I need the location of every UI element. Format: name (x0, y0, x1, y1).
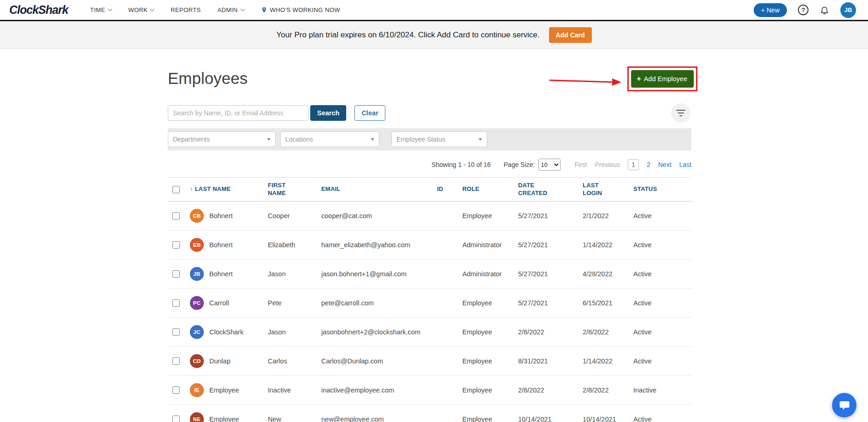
nav-whos-working-now[interactable]: WHO'S WORKING NOW (261, 6, 340, 14)
header-status[interactable]: STATUS (633, 185, 691, 193)
pagination-next[interactable]: Next (658, 161, 672, 168)
row-checkbox[interactable] (172, 328, 180, 336)
first-name-cell: New (268, 416, 321, 422)
new-button[interactable]: + New (754, 3, 787, 17)
employee-status-dropdown[interactable]: Employee Status (391, 131, 487, 147)
status-cell: Active (633, 416, 691, 422)
first-name-cell: Jason (268, 270, 321, 278)
first-name-cell: Inactive (268, 386, 321, 394)
date-created-cell: 5/27/2021 (518, 270, 583, 278)
last-login-cell: 1/14/2022 (583, 241, 633, 249)
nav-reports[interactable]: REPORTS (171, 6, 201, 13)
row-checkbox[interactable] (172, 241, 180, 249)
employee-status-dropdown-label: Employee Status (396, 136, 445, 143)
last-name-cell: Employee (209, 416, 239, 422)
clear-button[interactable]: Clear (354, 105, 385, 121)
employee-avatar: JB (190, 267, 204, 281)
pagination-first: First (574, 161, 587, 168)
last-name-cell: ClockShark (209, 328, 243, 336)
clockshark-logo[interactable]: ClockShark (9, 3, 68, 17)
search-button[interactable]: Search (310, 105, 346, 121)
add-card-button[interactable]: Add Card (549, 27, 592, 43)
table-row[interactable]: CDDunlap Carlos Carlos@Dunlap.com Employ… (168, 347, 691, 376)
pagination-previous: Previous (595, 161, 620, 168)
search-input[interactable] (168, 105, 308, 121)
filter-icon[interactable] (671, 103, 691, 123)
row-checkbox[interactable] (172, 270, 180, 278)
last-name-cell: Bohnert (209, 212, 233, 220)
header-first-name[interactable]: FIRST NAME (268, 182, 321, 197)
employees-page: Employees Add Employee Search Clear Depa… (168, 70, 691, 422)
annotation-arrow (549, 77, 623, 88)
nav-whos-working-now-label: WHO'S WORKING NOW (270, 6, 340, 13)
page-size-select[interactable]: 10 (538, 159, 561, 171)
locations-dropdown-label: Locations (285, 136, 313, 143)
first-name-cell: Jason (268, 328, 321, 336)
search-row: Search Clear (168, 103, 691, 123)
table-row[interactable]: IEEmployee Inactive inactive@employee.co… (168, 376, 691, 405)
departments-dropdown[interactable]: Departments (168, 131, 276, 147)
status-cell: Active (633, 270, 691, 278)
table-row[interactable]: JCClockShark Jason jasonbohnert+2@clocks… (168, 318, 691, 347)
notifications-bell-icon[interactable] (820, 5, 829, 15)
last-login-cell: 1/14/2022 (583, 357, 633, 365)
employee-avatar: PC (190, 296, 204, 310)
table-row[interactable]: PCCarroll Pete pete@carroll.com Employee… (168, 289, 691, 318)
select-all-checkbox[interactable] (172, 186, 180, 193)
nav-time[interactable]: TIME (90, 6, 112, 13)
header-role[interactable]: ROLE (462, 185, 518, 193)
header-last-login[interactable]: LAST LOGIN (583, 182, 633, 197)
last-name-cell: Employee (209, 386, 239, 394)
employees-table: LAST NAME FIRST NAME EMAIL ID ROLE DATE … (168, 177, 691, 422)
first-name-cell: Carlos (268, 357, 321, 365)
last-login-cell: 6/15/2021 (583, 299, 633, 307)
add-employee-button[interactable]: Add Employee (631, 70, 694, 88)
last-name-cell: Bohnert (209, 270, 233, 278)
pagination-links: First Previous 1 2 Next Last (574, 159, 691, 170)
location-pin-icon (261, 6, 267, 14)
pagination-page-2[interactable]: 2 (647, 161, 650, 168)
email-cell: cooper@cat.com (321, 212, 437, 220)
pagination-last[interactable]: Last (679, 161, 691, 168)
header-email[interactable]: EMAIL (321, 185, 437, 193)
last-login-cell: 10/14/2021 (583, 416, 633, 422)
employee-avatar: NE (190, 412, 204, 422)
chat-launcher[interactable] (832, 393, 856, 417)
plus-icon (637, 75, 641, 83)
nav-admin[interactable]: ADMIN (218, 6, 244, 13)
table-row[interactable]: EBBohnert Elizabeth hamer_elizabeth@yaho… (168, 231, 691, 260)
row-checkbox[interactable] (172, 299, 180, 307)
filter-bar: Departments Locations Employee Status (168, 128, 691, 150)
role-cell: Employee (462, 299, 518, 307)
table-row[interactable]: CBBohnert Cooper cooper@cat.com Employee… (168, 202, 691, 231)
row-checkbox[interactable] (172, 212, 180, 220)
date-created-cell: 2/8/2022 (518, 386, 583, 394)
last-login-cell: 2/8/2022 (583, 328, 633, 336)
sort-asc-icon (190, 185, 195, 192)
table-row[interactable]: JBBohnert Jason jason.bohnert+1@gmail.co… (168, 260, 691, 289)
first-name-cell: Cooper (268, 212, 321, 220)
header-date-created[interactable]: DATE CREATED (518, 182, 583, 197)
date-created-cell: 5/27/2021 (518, 299, 583, 307)
help-icon[interactable] (798, 5, 809, 15)
date-created-cell: 8/31/2021 (518, 357, 583, 365)
table-header-row: LAST NAME FIRST NAME EMAIL ID ROLE DATE … (168, 177, 691, 202)
pagination-page-1[interactable]: 1 (628, 159, 639, 170)
last-name-cell: Carroll (209, 299, 229, 307)
nav-work[interactable]: WORK (128, 6, 154, 13)
employee-avatar: IE (190, 383, 204, 397)
status-cell: Inactive (633, 386, 691, 394)
header-last-name[interactable]: LAST NAME (184, 185, 268, 193)
user-avatar[interactable]: JB (840, 2, 856, 18)
role-cell: Employee (462, 386, 518, 394)
row-checkbox[interactable] (172, 386, 180, 394)
last-name-cell: Dunlap (209, 357, 230, 365)
header-id[interactable]: ID (437, 185, 462, 193)
locations-dropdown[interactable]: Locations (280, 131, 379, 147)
table-row[interactable]: NEEmployee New new@employee.com Employee… (168, 405, 691, 422)
row-checkbox[interactable] (172, 357, 180, 365)
role-cell: Employee (462, 416, 518, 422)
status-cell: Active (633, 328, 691, 336)
employee-avatar: JC (190, 325, 204, 339)
row-checkbox[interactable] (172, 416, 180, 422)
